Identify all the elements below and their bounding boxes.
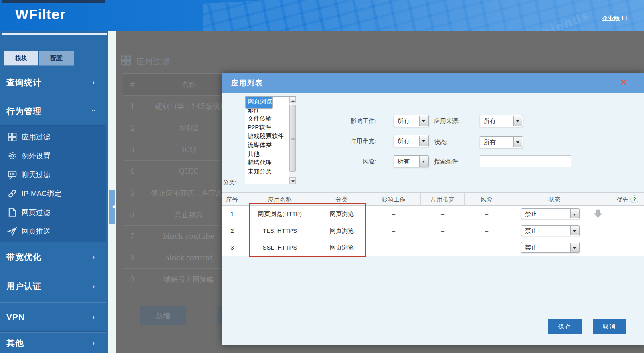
scroll-thumb[interactable] xyxy=(289,105,296,172)
dropdown-arrow-icon[interactable] xyxy=(419,156,428,167)
table-row: 2规则2 xyxy=(123,117,236,139)
sidebar-item-bandwidth[interactable]: 带宽优化 xyxy=(0,243,106,271)
link-icon xyxy=(7,188,17,198)
dropdown-arrow-icon[interactable] xyxy=(513,116,522,126)
banner-light-wash xyxy=(323,0,644,31)
triangle-up-icon xyxy=(291,98,295,102)
category-option-selected[interactable]: 网页浏览 xyxy=(245,97,273,109)
chevron-right-icon xyxy=(93,254,95,261)
row-status-select[interactable]: 禁止 xyxy=(521,225,580,236)
edition-label: 企业版 Li xyxy=(602,15,627,22)
sidebar-item-app-filter[interactable]: 应用过滤 xyxy=(0,127,106,146)
page-title: 应用过滤 xyxy=(137,56,170,67)
send-icon xyxy=(7,226,17,236)
priority-down-icon[interactable] xyxy=(593,208,605,219)
help-icon[interactable] xyxy=(630,195,638,203)
dialog-title: 应用列表 xyxy=(231,78,263,88)
chevron-right-icon xyxy=(93,79,95,86)
sidebar-collapse-handle[interactable] xyxy=(109,190,115,224)
sidebar-item-behavior-mgmt[interactable]: 行为管理 xyxy=(0,97,106,126)
sidebar-item-vpn[interactable]: VPN xyxy=(0,302,106,332)
sidebar-item-web-filter[interactable]: 网页过滤 xyxy=(0,203,106,222)
app-logo: WFilter xyxy=(15,6,66,22)
col-status: 状态 xyxy=(508,193,601,206)
table-row: 9域账号上网策略 xyxy=(123,268,236,290)
col-bandwidth: 占用带宽 xyxy=(421,193,465,206)
dropdown-arrow-icon[interactable] xyxy=(570,226,579,235)
dropdown-arrow-icon[interactable] xyxy=(570,209,579,218)
sidebar-top-line xyxy=(2,33,107,35)
sidebar-item-query-stats[interactable]: 查询统计 xyxy=(0,69,106,96)
category-option[interactable]: 未知分类 xyxy=(245,167,296,176)
category-option[interactable]: 文件传输 xyxy=(245,114,296,123)
search-label: 搜索条件 xyxy=(434,155,458,167)
top-banner: hiends WFilter 企业版 Li xyxy=(0,0,644,31)
collapse-left-arrow-icon xyxy=(110,205,115,209)
dropdown-arrow-icon[interactable] xyxy=(513,137,522,147)
scroll-up-button[interactable] xyxy=(289,97,296,103)
chevron-right-icon xyxy=(93,339,95,347)
sidebar-item-web-push[interactable]: 网页推送 xyxy=(0,222,106,240)
chat-icon xyxy=(7,169,17,180)
chevron-right-icon xyxy=(93,283,95,290)
sidebar: 模块 配置 查询统计 行为管理 应用过滤 例外设置 xyxy=(0,31,108,353)
status-filter-select[interactable]: 所有 xyxy=(480,136,523,148)
category-option[interactable]: 流媒体类 xyxy=(245,141,296,149)
behavior-submenu: 应用过滤 例外设置 聊天过滤 IP-MAC绑定 xyxy=(0,126,106,242)
grid-icon xyxy=(7,132,17,142)
table-row: 3ICQ xyxy=(123,139,236,160)
dialog-header: 应用列表 xyxy=(222,73,644,93)
dropdown-arrow-icon[interactable] xyxy=(570,243,579,252)
app-list-dialog: 应用列表 网页浏览 聊天软件 邮件 文件传输 P2P软件 游戏股票软件 流媒体类… xyxy=(222,73,644,345)
col-risk: 风险 xyxy=(465,193,508,206)
category-option[interactable]: 其他 xyxy=(245,149,296,158)
col-impact: 影响工作 xyxy=(366,193,421,206)
category-option[interactable]: 游戏股票软件 xyxy=(245,132,296,141)
table-header-row: # 名称 xyxy=(123,74,236,95)
thumb-grip-icon xyxy=(291,137,295,140)
table-row: 1规则1(禁止145微信) xyxy=(123,95,236,117)
impact-filter-label: 影响工作: xyxy=(318,115,376,127)
table-row: 7block youtube xyxy=(123,225,236,247)
status-filter-label: 状态: xyxy=(434,136,448,148)
sidebar-item-other[interactable]: 其他 xyxy=(0,332,106,353)
risk-filter-select[interactable]: 所有 xyxy=(394,155,429,167)
save-button[interactable]: 保存 xyxy=(548,319,582,334)
source-filter-select[interactable]: 所有 xyxy=(480,115,523,127)
sidebar-item-exceptions[interactable]: 例外设置 xyxy=(0,146,106,165)
chevron-down-icon xyxy=(90,109,97,111)
tab-module[interactable]: 模块 xyxy=(4,51,38,66)
sidebar-strip xyxy=(108,31,116,353)
dropdown-arrow-icon[interactable] xyxy=(419,116,428,126)
bandwidth-filter-label: 占用带宽: xyxy=(318,135,376,147)
search-input[interactable] xyxy=(480,155,571,167)
row-status-select[interactable]: 禁止 xyxy=(521,208,580,219)
highlight-annotation-box xyxy=(249,203,366,257)
table-row: 4QUIC xyxy=(123,160,236,182)
risk-filter-label: 风险: xyxy=(318,155,376,167)
page-icon xyxy=(7,207,17,217)
wfilter-app: hiends WFilter 企业版 Li 模块 配置 查询统计 行为管理 应用… xyxy=(0,0,644,353)
category-option[interactable]: 翻墙代理 xyxy=(245,158,296,167)
listbox-scrollbar[interactable] xyxy=(289,97,296,184)
dropdown-arrow-icon[interactable] xyxy=(419,136,428,146)
impact-filter-select[interactable]: 所有 xyxy=(394,115,429,127)
sidebar-item-user-auth[interactable]: 用户认证 xyxy=(0,272,106,301)
triangle-down-icon xyxy=(291,180,295,184)
table-row: 8block torrent xyxy=(123,247,236,268)
bandwidth-filter-select[interactable]: 所有 xyxy=(394,135,429,147)
category-option[interactable]: P2P软件 xyxy=(245,123,296,132)
grid-icon xyxy=(120,55,131,66)
scroll-down-button[interactable] xyxy=(289,177,296,184)
row-status-select[interactable]: 禁止 xyxy=(521,242,580,253)
add-button: 新增 xyxy=(140,306,186,325)
sidebar-item-chat-filter[interactable]: 聊天过滤 xyxy=(0,165,106,184)
cancel-button[interactable]: 取消 xyxy=(593,319,626,334)
table-row: 5禁止应用商店，淘宝AP xyxy=(123,182,236,204)
rules-table: # 名称 1规则1(禁止145微信) 2规则2 3ICQ 4QUIC 5禁止应用… xyxy=(123,73,236,290)
top-navy-strip xyxy=(2,0,105,3)
tab-config[interactable]: 配置 xyxy=(39,51,74,66)
sidebar-item-ip-mac-binding[interactable]: IP-MAC绑定 xyxy=(0,184,106,203)
category-listbox[interactable]: 网页浏览 聊天软件 邮件 文件传输 P2P软件 游戏股票软件 流媒体类 其他 翻… xyxy=(245,96,296,184)
close-icon[interactable] xyxy=(618,76,630,88)
